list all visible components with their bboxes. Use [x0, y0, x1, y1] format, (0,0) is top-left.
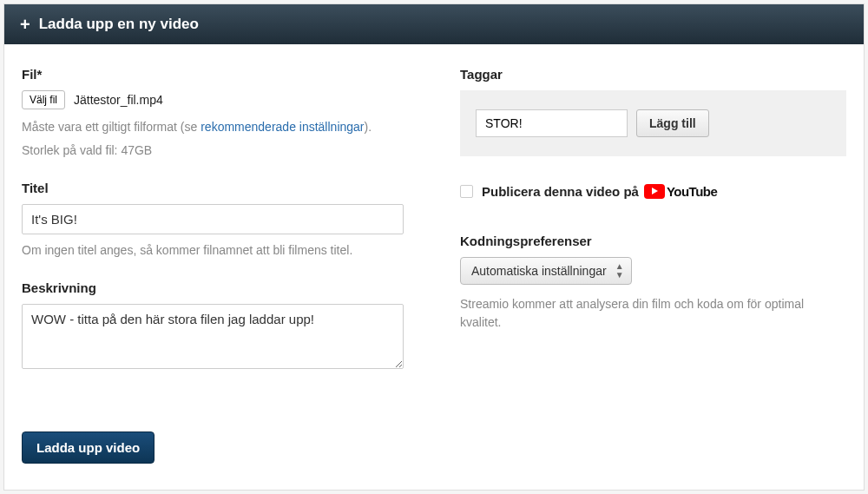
- title-label: Titel: [22, 181, 408, 195]
- selected-filename: Jättestor_fil.mp4: [74, 93, 163, 107]
- file-size-text: Storlek på vald fil: 47GB: [22, 142, 408, 160]
- upload-video-panel: + Ladda upp en ny video Fil* Välj fil Jä…: [3, 3, 865, 491]
- description-textarea[interactable]: [22, 304, 404, 369]
- add-tag-button[interactable]: Lägg till: [636, 109, 709, 137]
- description-label: Beskrivning: [22, 280, 408, 295]
- publish-checkbox[interactable]: [460, 185, 473, 198]
- file-help-suffix: ).: [365, 120, 372, 134]
- right-column: Taggar Lägg till Publicera denna video p…: [460, 67, 846, 393]
- tag-input[interactable]: [476, 109, 628, 137]
- file-help-prefix: Måste vara ett giltigt filformat (se: [22, 120, 201, 134]
- title-group: Titel Om ingen titel anges, så kommer fi…: [22, 181, 408, 260]
- file-label: Fil*: [22, 67, 408, 82]
- tags-box: Lägg till: [460, 90, 846, 156]
- recommended-settings-link[interactable]: rekommenderade inställningar: [201, 120, 364, 134]
- upload-video-button[interactable]: Ladda upp video: [22, 431, 155, 464]
- tags-label: Taggar: [460, 67, 846, 82]
- tags-group: Taggar Lägg till: [460, 67, 846, 156]
- panel-header: + Ladda upp en ny video: [4, 4, 864, 44]
- chevron-updown-icon: ▲▼: [615, 262, 624, 280]
- encoding-group: Kodningspreferenser Automatiska inställn…: [460, 234, 846, 332]
- publish-label: Publicera denna video på YouTube: [482, 184, 717, 199]
- description-group: Beskrivning: [22, 280, 408, 372]
- title-help-text: Om ingen titel anges, så kommer filnamne…: [22, 241, 408, 260]
- youtube-text: YouTube: [667, 184, 717, 199]
- youtube-icon: [644, 184, 665, 199]
- choose-file-button[interactable]: Välj fil: [22, 90, 65, 109]
- file-group: Fil* Välj fil Jättestor_fil.mp4 Måste va…: [22, 67, 408, 160]
- title-input[interactable]: [22, 204, 404, 234]
- publish-label-text: Publicera denna video på: [482, 184, 639, 199]
- encoding-select[interactable]: Automatiska inställningar ▲▼: [460, 257, 632, 285]
- panel-title: Ladda upp en ny video: [39, 16, 199, 33]
- left-column: Fil* Välj fil Jättestor_fil.mp4 Måste va…: [22, 67, 408, 393]
- youtube-logo: YouTube: [644, 184, 717, 199]
- plus-icon: +: [20, 16, 30, 33]
- encoding-help-text: Streamio kommer att analysera din film o…: [460, 295, 846, 332]
- encoding-selected-value: Automatiska inställningar: [471, 264, 607, 278]
- encoding-label: Kodningspreferenser: [460, 234, 846, 248]
- file-help-text: Måste vara ett giltigt filformat (se rek…: [22, 118, 408, 136]
- panel-body: Fil* Välj fil Jättestor_fil.mp4 Måste va…: [4, 44, 864, 416]
- publish-row: Publicera denna video på YouTube: [460, 184, 846, 199]
- file-row: Välj fil Jättestor_fil.mp4: [22, 90, 408, 109]
